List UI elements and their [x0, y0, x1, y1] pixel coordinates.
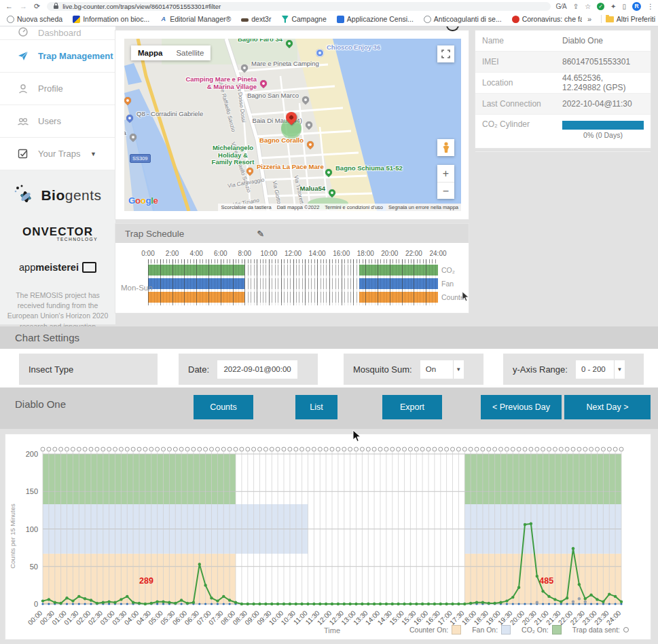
edit-pencil-icon[interactable]: ✎: [257, 229, 264, 239]
menu-kebab-icon[interactable]: ⋮: [647, 2, 654, 12]
poi-label: ina: [124, 130, 126, 137]
date-label: Date:: [188, 364, 209, 375]
other-bookmarks-folder[interactable]: Altri Preferiti: [606, 15, 658, 23]
bookmarks-overflow-chevron[interactable]: »: [582, 15, 597, 23]
schedule-hour-label: 6:00: [214, 250, 227, 257]
appmeisterei-light-text: app: [19, 262, 35, 273]
map-attribution-item[interactable]: Segnala un errore nella mappa: [386, 204, 461, 211]
appmeisterei-bold-text: meisterei: [35, 262, 79, 273]
yaxis-range-select[interactable]: 0 - 200 ▼: [576, 360, 625, 379]
info-row-name: NameDiablo One: [475, 31, 651, 52]
chart-settings-title: Chart Settings: [15, 332, 79, 343]
bookmark-item[interactable]: Nuova scheda: [7, 15, 62, 23]
map-attribution-item[interactable]: Scorciatoie da tastiera: [218, 204, 274, 211]
yaxis-range-value: 0 - 200: [576, 365, 614, 373]
street-view-pegman[interactable]: [437, 139, 454, 156]
sidebar-item-label: Users: [38, 116, 61, 126]
button-next-day--[interactable]: Next Day >: [564, 395, 651, 419]
bookmark-item[interactable]: AEditorial Manager®: [160, 15, 231, 23]
mouse-cursor-secondary: [462, 291, 469, 302]
profile-icon: [17, 83, 29, 95]
bluecircle-map-pin[interactable]: [316, 49, 324, 57]
svg-text:150: 150: [26, 487, 38, 495]
zoom-in-button[interactable]: +: [437, 165, 454, 183]
bookmark-item[interactable]: Coronavirus: che far...: [512, 15, 582, 23]
button-counts[interactable]: Counts: [194, 395, 253, 419]
map-attribution-item[interactable]: Dati mappa ©2022: [274, 204, 323, 211]
schedule-channel-label: CO₂: [441, 266, 455, 274]
legend-swatch: [552, 625, 562, 634]
bookmark-item[interactable]: Applicazione Censi...: [337, 15, 414, 23]
address-bar[interactable]: live.bg-counter.com/traps/view/860147051…: [47, 2, 550, 11]
mosquito-sum-select[interactable]: On ▼: [420, 360, 464, 379]
counts-chart[interactable]: 05010015020000:0000:3001:0001:3002:0002:…: [5, 434, 651, 639]
info-label: Name: [482, 36, 562, 45]
svg-text:289: 289: [139, 576, 153, 586]
sidebar-item-profile[interactable]: Profile: [0, 73, 115, 105]
schedule-row-1[interactable]: [148, 278, 438, 289]
bookmark-favicon: [337, 16, 344, 23]
sidebar-item-your-traps[interactable]: Your Traps▼: [0, 138, 115, 170]
bookmark-label: dext3r: [251, 15, 271, 23]
bookmark-item[interactable]: Anticoagulanti di se...: [424, 15, 502, 23]
map-attribution-item[interactable]: Termini e condizioni d'uso: [322, 204, 386, 211]
svg-text:Time: Time: [324, 626, 340, 634]
reload-icon[interactable]: ⟳: [34, 1, 40, 12]
browser-chrome: ← → ⟳ live.bg-counter.com/traps/view/860…: [0, 0, 658, 26]
schedule-on-segment: [359, 265, 438, 276]
button-list[interactable]: List: [295, 395, 337, 419]
sidebar-item-dashboard[interactable]: Dashboard: [0, 26, 115, 40]
extension-pin-icon[interactable]: ✦: [610, 2, 616, 12]
bookmarks-bar: Nuova schedaInformation on bioc...AEdito…: [0, 12, 658, 26]
chart-legend: Counter On:Fan On:CO₂ On:Trap data sent:: [409, 625, 629, 634]
co2-cylinder-bar: [562, 121, 644, 130]
info-value: 860147051553301: [562, 57, 630, 67]
google-logo: Google: [128, 195, 158, 206]
page: { "browser": { "url": "live.bg-counter.c…: [0, 0, 658, 644]
legend-circle-swatch: [623, 627, 629, 632]
pegman-icon: [442, 142, 450, 153]
map-tab-mappa[interactable]: Mappa: [131, 45, 169, 60]
bookmark-star-icon[interactable]: ☆: [585, 2, 591, 12]
trap-schedule-title: Trap Schedule: [125, 229, 184, 239]
extension-check-icon[interactable]: ✓: [597, 3, 604, 10]
chevron-down-icon[interactable]: ▼: [90, 151, 96, 157]
map-tab-satellite[interactable]: Satellite: [169, 45, 211, 60]
zoom-out-button[interactable]: −: [437, 183, 454, 200]
share-icon[interactable]: ⇪: [573, 2, 579, 12]
button---previous-day[interactable]: < Previous Day: [481, 395, 562, 419]
sidebar-item-trap-management[interactable]: Trap Management: [0, 40, 115, 73]
legend-item: Counter On:: [409, 625, 461, 634]
info-value: 44.652536, 12.249882 (GPS): [562, 73, 644, 92]
side-panel-icon[interactable]: ▯: [622, 2, 626, 12]
profile-avatar[interactable]: R: [632, 2, 641, 11]
fullscreen-button[interactable]: [437, 45, 454, 62]
button-export[interactable]: Export: [382, 395, 442, 419]
schedule-row-2[interactable]: [148, 292, 438, 303]
chart-settings-row: Insect Type Date: 2022-09-01@00:00 Mosqu…: [0, 349, 658, 387]
trap-action-bar: Diablo One CountsListExport< Previous Da…: [0, 387, 658, 429]
sidebar-item-users[interactable]: Users: [0, 105, 115, 138]
svg-text:0: 0: [34, 600, 38, 608]
back-icon[interactable]: ←: [5, 1, 13, 12]
other-bookmarks-label: Altri Preferiti: [617, 15, 655, 23]
schedule-hour-label: 16:00: [333, 250, 350, 257]
translate-icon[interactable]: G⁄A: [556, 2, 567, 12]
date-input[interactable]: 2022-09-01@00:00: [217, 360, 297, 379]
bookmark-item[interactable]: Information on bioc...: [73, 15, 149, 23]
bookmark-label: Nuova scheda: [17, 15, 62, 23]
yaxis-range-box: y-Axis Range: 0 - 200 ▼: [503, 354, 644, 385]
schedule-hour-label: 4:00: [189, 250, 202, 257]
users-icon: [17, 115, 29, 128]
schedule-hour-label: 2:00: [166, 250, 179, 257]
poi-label: Q8 - Corradini Gabriele: [136, 111, 232, 118]
google-map[interactable]: Bagno Faro 34Chiosco Enjoy 36Mare e Pine…: [124, 39, 461, 211]
bookmark-favicon: A: [160, 16, 167, 23]
bookmark-item[interactable]: dext3r: [241, 15, 271, 23]
map-attribution: Scorciatoie da tastieraDati mappa ©2022T…: [218, 204, 461, 211]
schedule-row-label: Mon-Sun: [121, 284, 153, 292]
schedule-row-0[interactable]: [148, 265, 438, 276]
forward-icon[interactable]: →: [20, 1, 27, 12]
sidebar-item-label: Trap Management: [38, 51, 113, 61]
bookmark-item[interactable]: Campagne: [281, 15, 326, 23]
